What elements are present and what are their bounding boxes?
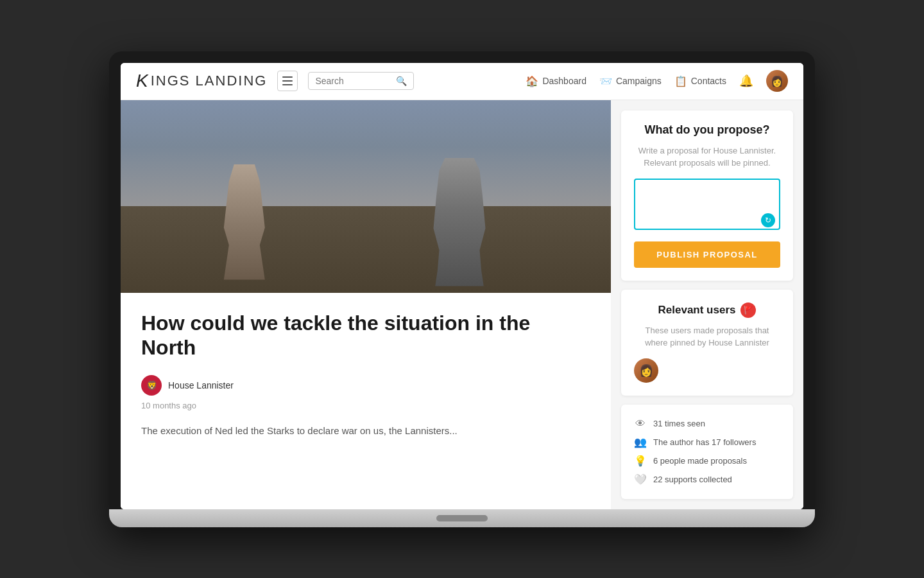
relevant-users-label: Relevant users (658, 304, 736, 317)
author-name[interactable]: House Lannister (168, 380, 234, 390)
stats-card: 👁 31 times seen 👥 The author has 17 foll… (621, 405, 793, 499)
laptop-base (109, 509, 815, 527)
user-avatar[interactable]: 👩 (766, 70, 788, 92)
heart-icon: 🤍 (634, 473, 647, 486)
relevant-users-description: These users made proposals that where pi… (634, 324, 780, 349)
main-content: How could we tackle the situation in the… (121, 100, 803, 509)
menu-line-1 (282, 76, 293, 78)
nav-label-campaigns: Campaigns (616, 76, 662, 86)
article-body: How could we tackle the situation in the… (121, 293, 611, 457)
relevant-users-card: Relevant users 🚩 These users made propos… (621, 290, 793, 396)
laptop-notch (436, 515, 488, 521)
dashboard-icon: 🏠 (526, 75, 538, 87)
sky-background (121, 100, 611, 216)
followers-icon: 👥 (634, 436, 647, 448)
menu-line-3 (282, 84, 293, 85)
avatar-image: 👩 (771, 75, 783, 87)
stat-row-proposals: 💡 6 people made proposals (634, 451, 780, 470)
ground-background (121, 206, 611, 293)
stat-row-followers: 👥 The author has 17 followers (634, 433, 780, 451)
campaigns-icon: 📨 (599, 75, 612, 87)
laptop-frame: K INGS LANDING 🔍 🏠 Dashboard 📨 (109, 51, 815, 527)
sidebar: What do you propose? Write a proposal fo… (611, 100, 803, 509)
publish-proposal-button[interactable]: PUBLISH PROPOSAL (634, 241, 780, 268)
proposal-subtitle: Write a proposal for House Lannister. Re… (634, 144, 780, 170)
flag-icon: 🚩 (740, 302, 756, 318)
search-container: 🔍 (308, 72, 414, 90)
article-title: How could we tackle the situation in the… (141, 311, 590, 360)
contacts-icon: 📋 (674, 75, 687, 87)
site-logo[interactable]: K INGS LANDING (136, 71, 267, 91)
stat-followers-text: The author has 17 followers (653, 437, 756, 447)
author-badge-icon: 🦁 (146, 380, 157, 390)
author-badge: 🦁 (141, 375, 162, 396)
proposal-title: What do you propose? (634, 123, 780, 137)
stat-row-supports: 🤍 22 supports collected (634, 470, 780, 489)
search-input[interactable] (315, 76, 391, 86)
logo-text: INGS LANDING (151, 73, 268, 89)
proposal-textarea[interactable] (634, 179, 780, 230)
nav-label-dashboard: Dashboard (542, 76, 586, 86)
hero-image (121, 100, 611, 293)
textarea-wrapper: ↻ (634, 179, 780, 232)
eye-icon: 👁 (634, 418, 647, 430)
laptop-screen: K INGS LANDING 🔍 🏠 Dashboard 📨 (121, 63, 803, 509)
relevant-users-title: Relevant users 🚩 (634, 302, 780, 318)
lightbulb-icon: 💡 (634, 455, 647, 467)
menu-line-2 (282, 80, 293, 82)
stat-row-seen: 👁 31 times seen (634, 415, 780, 433)
logo-k: K (136, 71, 150, 91)
notifications-icon[interactable]: 🔔 (739, 74, 753, 88)
user-avatars-list: 👩 (634, 358, 780, 383)
article-excerpt: The execution of Ned led the Starks to d… (141, 423, 590, 439)
nav-link-contacts[interactable]: 📋 Contacts (674, 75, 726, 87)
relevant-user-avatar-1[interactable]: 👩 (634, 358, 658, 383)
navbar: K INGS LANDING 🔍 🏠 Dashboard 📨 (121, 63, 803, 100)
nav-link-dashboard[interactable]: 🏠 Dashboard (526, 75, 586, 87)
article-timestamp: 10 months ago (141, 401, 590, 410)
stat-proposals-text: 6 people made proposals (653, 456, 747, 466)
menu-button[interactable] (277, 71, 298, 91)
nav-label-contacts: Contacts (691, 76, 726, 86)
stat-supports-text: 22 supports collected (653, 475, 732, 484)
figure-right (431, 158, 488, 286)
article-section: How could we tackle the situation in the… (121, 100, 611, 509)
stat-seen-text: 31 times seen (653, 419, 705, 428)
search-icon: 🔍 (396, 76, 407, 86)
textarea-submit-icon[interactable]: ↻ (761, 213, 775, 227)
nav-links: 🏠 Dashboard 📨 Campaigns 📋 Contacts 🔔 👩 (526, 70, 788, 92)
nav-link-campaigns[interactable]: 📨 Campaigns (599, 75, 662, 87)
proposal-card: What do you propose? Write a proposal fo… (621, 110, 793, 281)
author-row: 🦁 House Lannister (141, 375, 590, 396)
